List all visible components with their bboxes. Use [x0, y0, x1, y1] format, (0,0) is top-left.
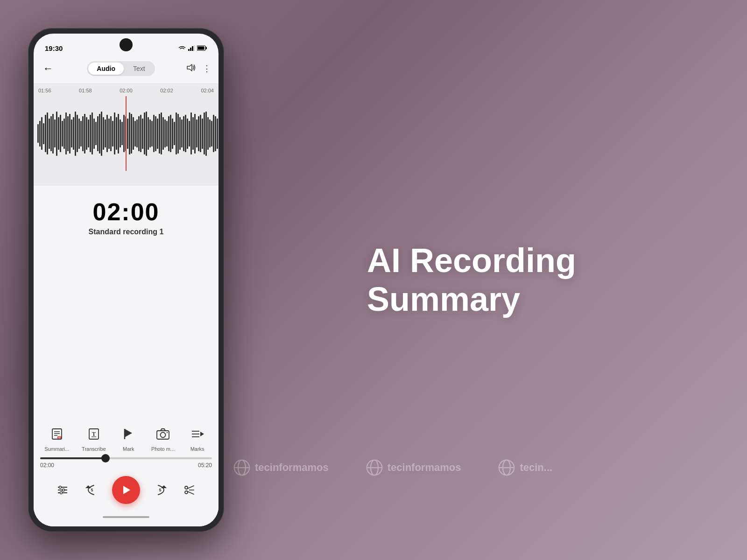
battery-icon: [197, 45, 207, 51]
rewind-button[interactable]: 5: [82, 480, 102, 500]
wave-bar: [136, 119, 138, 147]
progress-section[interactable]: 02:00 05:20: [34, 457, 218, 469]
watermark-text-2: tecinformamos: [388, 462, 461, 474]
home-indicator: [34, 511, 218, 524]
wave-bar: [105, 119, 106, 147]
tab-audio[interactable]: Audio: [88, 63, 124, 75]
summarize-label: Summari...: [44, 446, 69, 452]
wave-bar: [63, 119, 65, 149]
progress-thumb[interactable]: [101, 454, 110, 462]
wave-bar: [65, 112, 67, 154]
mark-label: Mark: [123, 446, 134, 452]
app-content: ← Audio Text: [34, 57, 218, 526]
wave-bar: [45, 115, 46, 152]
forward-button[interactable]: 5: [150, 480, 170, 500]
wave-bar: [41, 117, 42, 150]
svg-rect-15: [198, 47, 204, 50]
wave-bar: [140, 115, 141, 152]
wave-bar: [93, 119, 95, 149]
play-button[interactable]: [112, 476, 140, 504]
wave-bar: [196, 119, 197, 147]
wave-bar: [86, 117, 87, 150]
progress-track[interactable]: [40, 457, 212, 459]
app-header: ← Audio Text: [34, 57, 218, 80]
svg-line-49: [188, 491, 194, 494]
hero-text: AI Recording Summary: [367, 241, 576, 319]
watermark-1: tecinformamos: [233, 459, 329, 476]
tab-text[interactable]: Text: [125, 63, 154, 75]
toolbar-photo[interactable]: Photo m...: [151, 424, 175, 452]
playhead: [126, 96, 127, 171]
tab-pills: Audio Text: [87, 61, 155, 76]
svg-point-30: [167, 432, 168, 433]
wave-bar: [189, 121, 190, 147]
toolbar-summarize[interactable]: AI Summari...: [44, 424, 69, 452]
timeline-01-58: 01:58: [79, 88, 92, 93]
hero-content: AI Recording Summary: [224, 241, 747, 319]
toolbar-marks[interactable]: Marks: [187, 424, 208, 452]
wave-bar: [37, 124, 39, 143]
wave-bar: [108, 119, 110, 149]
wave-bar: [47, 112, 48, 154]
svg-point-8: [503, 460, 510, 475]
svg-rect-9: [188, 49, 190, 51]
wave-bar: [123, 115, 125, 152]
back-button[interactable]: ←: [41, 61, 55, 77]
wave-bar: [62, 121, 63, 147]
cut-button[interactable]: [180, 480, 199, 500]
playback-controls: 5 5: [34, 473, 218, 511]
signal-icon: [188, 45, 195, 51]
svg-point-38: [59, 486, 61, 489]
toolbar-mark[interactable]: Mark: [118, 424, 139, 452]
marks-label: Marks: [190, 446, 204, 452]
wave-bar: [71, 119, 72, 147]
wave-bar: [202, 119, 203, 149]
wave-bar: [207, 117, 209, 150]
watermark-text-1: tecinformamos: [255, 462, 329, 474]
mark-icon: [118, 424, 139, 444]
svg-rect-14: [206, 47, 207, 49]
status-icons: [178, 45, 207, 51]
total-time: 05:20: [198, 462, 212, 469]
wave-bar: [155, 116, 156, 151]
watermark-3: tecin...: [498, 459, 552, 476]
wave-bar: [69, 114, 70, 154]
hero-line-2: Summary: [367, 280, 576, 319]
wave-bar: [177, 114, 179, 154]
wave-bar: [148, 117, 149, 150]
svg-point-3: [367, 460, 382, 475]
recording-name: Standard recording 1: [34, 228, 218, 236]
svg-text:5: 5: [159, 488, 161, 492]
status-time: 19:30: [45, 44, 63, 52]
svg-marker-43: [123, 486, 130, 494]
toolbar-transcribe[interactable]: T Transcribe: [82, 424, 106, 452]
wave-bar: [204, 112, 205, 154]
phone-screen: 19:30: [34, 34, 218, 526]
wave-bar: [129, 112, 130, 154]
wave-bar: [54, 119, 56, 147]
wave-bar: [75, 112, 76, 156]
phone-mockup: 19:30: [28, 28, 224, 532]
wave-bar: [112, 121, 113, 147]
wave-bar: [153, 115, 155, 152]
svg-point-5: [371, 460, 378, 475]
summarize-icon: AI: [47, 424, 67, 444]
svg-text:5: 5: [91, 488, 93, 492]
wave-bar: [157, 119, 158, 149]
waveform-container: 01:56 01:58 02:00 02:02 02:04: [34, 83, 218, 186]
waveform-canvas[interactable]: [34, 96, 218, 171]
timeline-01-56: 01:56: [38, 88, 51, 93]
wave-bar: [49, 119, 50, 149]
volume-icon[interactable]: [187, 64, 196, 74]
wave-bar: [78, 119, 80, 149]
wave-bar: [120, 119, 121, 147]
wave-bar: [80, 121, 82, 147]
wave-bar: [133, 117, 134, 150]
wave-bar: [127, 119, 128, 149]
more-icon[interactable]: ⋮: [203, 63, 211, 74]
tab-group: Audio Text: [60, 61, 182, 76]
wave-bar: [215, 116, 216, 151]
wave-bar: [110, 116, 112, 151]
camera-cutout: [120, 38, 133, 51]
settings-button[interactable]: [53, 480, 72, 500]
